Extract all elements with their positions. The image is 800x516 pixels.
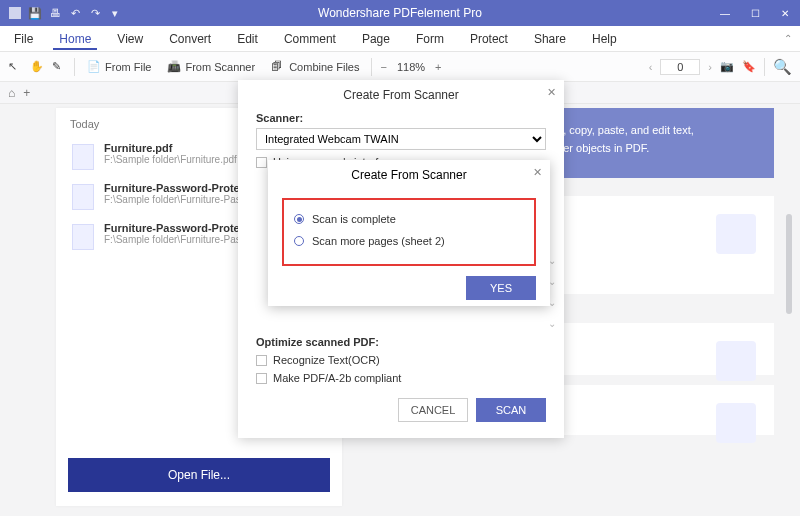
toolbar-right: ‹ 0 › 📷 🔖 🔍	[649, 58, 792, 76]
combine-files-label: Combine Files	[289, 61, 359, 73]
menu-share[interactable]: Share	[528, 28, 572, 50]
banner-text-1: ut, copy, paste, and edit text,	[554, 122, 774, 140]
zoom-control: − 118% +	[380, 61, 441, 73]
menu-file[interactable]: File	[8, 28, 39, 50]
radio-icon	[294, 236, 304, 246]
dialog-buttons: CANCEL SCAN	[256, 398, 546, 422]
maximize-button[interactable]: ☐	[740, 8, 770, 19]
optimize-label: Optimize scanned PDF:	[256, 336, 546, 348]
zoom-out-button[interactable]: −	[380, 61, 386, 73]
collapse-ribbon-icon[interactable]: ⌃	[784, 33, 792, 44]
scan-button[interactable]: SCAN	[476, 398, 546, 422]
undo-icon[interactable]: ↶	[68, 6, 82, 20]
cancel-button[interactable]: CANCEL	[398, 398, 468, 422]
close-button[interactable]: ✕	[770, 8, 800, 19]
scan-more-label: Scan more pages (sheet 2)	[312, 235, 445, 247]
titlebar: 💾 🖶 ↶ ↷ ▾ Wondershare PDFelement Pro — ☐…	[0, 0, 800, 26]
combine-icon: 🗐	[271, 60, 285, 74]
open-file-button[interactable]: Open File...	[68, 458, 330, 492]
from-file-label: From File	[105, 61, 151, 73]
save-icon[interactable]: 💾	[28, 6, 42, 20]
bookmark-icon[interactable]: 🔖	[742, 60, 756, 74]
scan-complete-label: Scan is complete	[312, 213, 396, 225]
menubar: File Home View Convert Edit Comment Page…	[0, 26, 800, 52]
chevron-down-icon: ⌄	[548, 318, 556, 329]
dialog-title: Create From Scanner ✕	[268, 160, 550, 190]
compliant-label: Make PDF/A-2b compliant	[273, 372, 401, 384]
dialog-title-text: Create From Scanner	[351, 168, 466, 182]
file-name: Furniture.pdf	[104, 142, 237, 154]
radio-icon	[294, 214, 304, 224]
yes-label: YES	[490, 282, 512, 294]
menu-view[interactable]: View	[111, 28, 149, 50]
menu-page[interactable]: Page	[356, 28, 396, 50]
zoom-in-button[interactable]: +	[435, 61, 441, 73]
quick-access-toolbar: 💾 🖶 ↶ ↷ ▾	[0, 6, 122, 20]
menu-protect[interactable]: Protect	[464, 28, 514, 50]
screenshot-icon[interactable]: 📷	[720, 60, 734, 74]
scan-label: SCAN	[496, 404, 527, 416]
compliant-option[interactable]: Make PDF/A-2b compliant	[256, 372, 546, 384]
yes-button[interactable]: YES	[466, 276, 536, 300]
scanner-select[interactable]: Integrated Webcam TWAIN	[256, 128, 546, 150]
menu-form[interactable]: Form	[410, 28, 450, 50]
file-icon	[72, 144, 94, 170]
dialog-title-text: Create From Scanner	[343, 88, 458, 102]
from-scanner-label: From Scanner	[185, 61, 255, 73]
menu-help[interactable]: Help	[586, 28, 623, 50]
menu-home[interactable]: Home	[53, 28, 97, 50]
file-path: F:\Sample folder\Furniture.pdf	[104, 154, 237, 165]
file-info: Furniture.pdf F:\Sample folder\Furniture…	[104, 142, 237, 170]
file-icon	[72, 224, 94, 250]
logo-icon	[8, 6, 22, 20]
zoom-value: 118%	[397, 61, 425, 73]
open-file-label: Open File...	[168, 468, 230, 482]
home-tab-icon[interactable]: ⌂	[8, 86, 15, 100]
separator	[764, 58, 765, 76]
from-scanner-icon: 📠	[167, 60, 181, 74]
select-tool-icon[interactable]: ↖	[8, 60, 22, 74]
highlighted-options: Scan is complete Scan more pages (sheet …	[282, 198, 536, 266]
recognize-label: Recognize Text(OCR)	[273, 354, 380, 366]
redo-icon[interactable]: ↷	[88, 6, 102, 20]
card-icon	[716, 403, 756, 443]
banner-text-2: ther objects in PDF.	[554, 140, 774, 158]
new-tab-button[interactable]: +	[23, 86, 30, 100]
checkbox-icon	[256, 355, 267, 366]
edit-tool-icon[interactable]: ✎	[52, 60, 66, 74]
scan-more-option[interactable]: Scan more pages (sheet 2)	[294, 230, 524, 252]
minimize-button[interactable]: —	[710, 8, 740, 19]
toolbar: ↖ ✋ ✎ 📄From File 📠From Scanner 🗐Combine …	[0, 52, 800, 82]
scanner-label: Scanner:	[256, 112, 546, 124]
next-page-button[interactable]: ›	[708, 61, 712, 73]
separator	[74, 58, 75, 76]
from-scanner-button[interactable]: 📠From Scanner	[163, 58, 259, 76]
dropdown-icon[interactable]: ▾	[108, 6, 122, 20]
app-title: Wondershare PDFelement Pro	[318, 6, 482, 20]
from-file-button[interactable]: 📄From File	[83, 58, 155, 76]
page-number[interactable]: 0	[660, 59, 700, 75]
dialog-title: Create From Scanner ✕	[238, 80, 564, 110]
file-icon	[72, 184, 94, 210]
menu-convert[interactable]: Convert	[163, 28, 217, 50]
cancel-label: CANCEL	[411, 404, 456, 416]
scan-complete-option[interactable]: Scan is complete	[294, 208, 524, 230]
search-icon[interactable]: 🔍	[773, 58, 792, 76]
svg-rect-0	[9, 7, 21, 19]
checkbox-icon	[256, 157, 267, 168]
card-icon	[716, 214, 756, 254]
dialog-close-icon[interactable]: ✕	[533, 166, 542, 179]
dialog-scan-complete: Create From Scanner ✕ Scan is complete S…	[268, 160, 550, 306]
prev-page-button[interactable]: ‹	[649, 61, 653, 73]
print-icon[interactable]: 🖶	[48, 6, 62, 20]
dialog-close-icon[interactable]: ✕	[547, 86, 556, 99]
menu-edit[interactable]: Edit	[231, 28, 264, 50]
menu-comment[interactable]: Comment	[278, 28, 342, 50]
hand-tool-icon[interactable]: ✋	[30, 60, 44, 74]
checkbox-icon	[256, 373, 267, 384]
recognize-option[interactable]: Recognize Text(OCR)	[256, 354, 546, 366]
combine-files-button[interactable]: 🗐Combine Files	[267, 58, 363, 76]
scrollbar[interactable]	[786, 214, 792, 314]
dialog-buttons: YES	[268, 266, 550, 300]
window-controls: — ☐ ✕	[710, 8, 800, 19]
